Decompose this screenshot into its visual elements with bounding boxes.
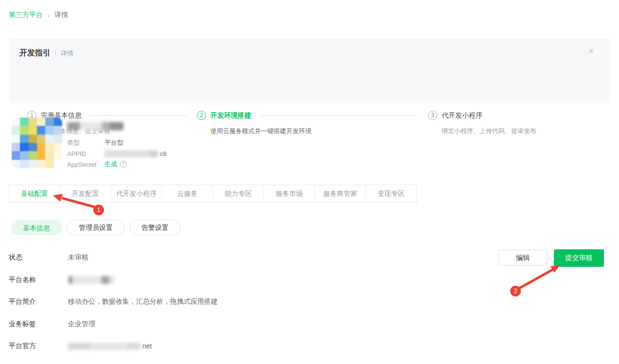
app-type-value: 平台型 [104,139,123,147]
appid-visible-suffix: c8 [160,150,167,157]
guide-step-2-active: 2 开发环境搭建 使用云服务模式并一键搭建开发环境 [197,111,428,136]
platform-official-visible-suffix: net [142,342,152,350]
breadcrumb: 第三方平台 › 详情 [9,11,68,19]
tab-capability-zone[interactable]: 能力专区 [213,185,264,202]
breadcrumb-root-link[interactable]: 第三方平台 [9,11,43,19]
field-value: 未审核 [68,253,88,262]
step-description: 绑定小程序、上传代码、提审发布 [442,127,600,136]
field-label: 平台名称 [9,276,68,284]
form-row-business-tag: 业务标签 企业管理 [9,320,218,328]
help-question-icon[interactable]: ? [120,161,127,168]
tab-monetization-zone[interactable]: 变现专区 [365,185,416,202]
appsecret-row: AppSecret 生成 ? [67,159,167,170]
appid-redacted [104,150,158,157]
field-label: 平台官方 [9,342,68,350]
annotation-callout-2: 2 [510,286,521,296]
appid-row: APPID c8 [67,148,167,159]
divider [55,50,56,57]
field-value-redacted: net [68,342,152,350]
subtab-bar: 基本信息 管理员设置 告警设置 [11,220,181,235]
field-label: 业务标签 [9,320,68,329]
app-header: 类型 平台型 APPID c8 AppSecret 生成 ? [12,118,167,170]
submit-review-button[interactable]: 提交审核 [554,249,604,267]
app-name-redacted [67,122,123,130]
field-value: 移动办公，数据收集，汇总分析，拖拽式应用搭建 [68,297,218,306]
step-title: 代开发小程序 [442,111,482,120]
breadcrumb-separator-icon: › [48,12,50,19]
appid-value: c8 [104,150,167,157]
subtab-alert-settings[interactable]: 告警设置 [129,220,181,235]
tab-service-market[interactable]: 服务市场 [263,185,314,202]
generate-secret-link[interactable]: 生成 [104,160,117,169]
field-label: 平台简介 [9,297,68,306]
appid-label: APPID [67,150,104,157]
tab-provider-manager[interactable]: 服务商管家 [314,185,365,202]
app-type-row: 类型 平台型 [67,138,167,148]
app-meta: 类型 平台型 APPID c8 AppSecret 生成 ? [67,118,167,170]
platform-name-redacted [68,276,115,284]
close-icon[interactable]: × [588,47,594,55]
app-avatar-pixelated [12,118,62,168]
step-number-badge: 3 [428,111,437,120]
edit-button[interactable]: 编辑 [499,250,547,266]
step-connector-line [90,115,187,116]
form-row-platform-name: 平台名称 [9,276,218,284]
guide-title: 开发指引 [19,48,51,58]
step-number-badge: 2 [197,111,206,120]
dev-guide-panel: 开发指引 详情 × 1 完善基本信息 确认基本信息、提交审核 2 开发环境搭建 [9,39,610,103]
subtab-basic-info[interactable]: 基本信息 [11,220,62,235]
field-value: 企业管理 [68,320,95,329]
field-label: 状态 [9,253,68,262]
tab-dev-config[interactable]: 开发配置 [60,185,111,202]
guide-detail-link[interactable]: 详情 [61,49,73,58]
tab-basic-config[interactable]: 基础配置 [9,185,60,202]
third-party-platform-detail-page: 第三方平台 › 详情 开发指引 详情 × 1 完善基本信息 确认基本信息、提交审… [0,0,619,364]
step-connector-line [260,115,418,116]
platform-official-redacted [68,343,141,350]
dev-guide-header: 开发指引 详情 [9,39,610,58]
form-row-platform-intro: 平台简介 移动办公，数据收集，汇总分析，拖拽式应用搭建 [9,298,218,306]
field-value-redacted [68,276,115,284]
form-row-platform-official: 平台官方 net [9,342,218,350]
detail-form: 状态 未审核 平台名称 平台简介 移动办公，数据收集，汇总分析，拖拽式应用搭建 … [9,254,218,364]
tab-cloud-service[interactable]: 云服务 [162,185,213,202]
step-title: 开发环境搭建 [210,111,251,120]
app-type-label: 类型 [67,139,104,147]
main-tab-bar: 基础配置 开发配置 代开发小程序 云服务 能力专区 服务市场 服务商管家 变现专… [9,185,417,203]
tab-delegated-miniprogram[interactable]: 代开发小程序 [111,185,162,202]
guide-step-3: 3 代开发小程序 绑定小程序、上传代码、提审发布 [428,111,600,136]
annotation-callout-1: 1 [93,205,104,215]
form-row-status: 状态 未审核 [9,254,218,261]
step-description: 使用云服务模式并一键搭建开发环境 [210,127,428,136]
subtab-admin-settings[interactable]: 管理员设置 [67,220,125,235]
breadcrumb-current: 详情 [54,11,68,19]
appsecret-label: AppSecret [67,161,104,168]
